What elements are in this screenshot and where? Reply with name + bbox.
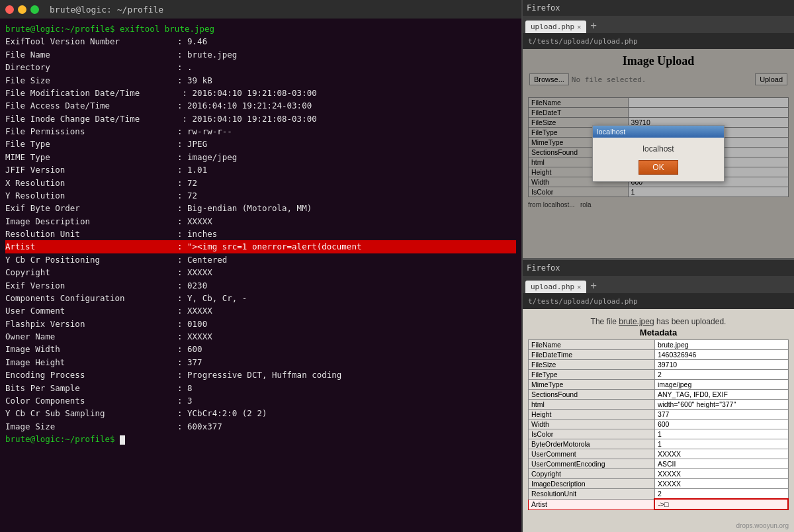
- firefox-titlebar-bottom: Firefox: [523, 260, 794, 276]
- upload-success-message: The file brute.jpeg has been uploaded.: [528, 317, 789, 326]
- term-line-20: Flashpix Version : 0100: [5, 318, 516, 330]
- metadata-section-title: Metadata: [528, 328, 789, 337]
- firefox-tab-label-top: upload.php: [531, 22, 574, 31]
- table-row: Height377: [529, 410, 789, 420]
- term-line-16: Y Cb Cr Positioning : Centered: [5, 253, 516, 266]
- table-row: IsColor1: [529, 429, 789, 439]
- term-line-26: Color Components : 3: [5, 394, 516, 407]
- terminal-title: brute@logic: ~/profile: [50, 5, 163, 15]
- minimize-btn[interactable]: [18, 5, 26, 14]
- table-row: UserCommentXXXXX: [529, 449, 789, 459]
- term-line-14: Image Description : XXXXX: [5, 215, 516, 228]
- term-line-24: Encoding Process : Progressive DCT, Huff…: [5, 369, 516, 381]
- term-line-15: Resolution Unit : inches: [5, 228, 516, 240]
- alert-ok-button[interactable]: OK: [639, 160, 678, 175]
- table-row: UserCommentEncodingASCII: [529, 459, 789, 469]
- firefox-tab-close-top[interactable]: ✕: [577, 23, 581, 30]
- firefox-tab-label-bottom: upload.php: [531, 283, 574, 291]
- table-row: FileDateTime1460326946: [529, 350, 789, 360]
- maximize-btn[interactable]: [30, 5, 39, 14]
- term-line-2: Directory : .: [5, 61, 516, 73]
- firefox-tab-upload-bottom[interactable]: upload.php ✕: [525, 281, 586, 293]
- footer-text: drops.wooyun.org: [736, 522, 789, 529]
- term-line-17: Exif Version : 0230: [5, 279, 516, 292]
- term-line-18: Components Configuration : Y, Cb, Cr, -: [5, 292, 516, 304]
- alert-dialog-body: localhost OK: [593, 138, 724, 181]
- firefox-addressbar-bottom: t/tests/upload/upload.php: [523, 293, 794, 309]
- table-row: FileType2: [529, 370, 789, 380]
- right-panel: Firefox upload.php ✕ + t/tests/upload/up…: [523, 0, 794, 532]
- table-row: ResolutionUnit2: [529, 489, 789, 500]
- term-line-22: Image Width : 600: [5, 343, 516, 355]
- firefox-title-bottom: Firefox: [527, 263, 560, 273]
- terminal-cursor: [120, 435, 125, 445]
- terminal-prompt-text: brute@logic:~/profile$ exiftool brute.jp…: [5, 24, 214, 34]
- terminal-prompt2: brute@logic:~/profile$: [5, 433, 516, 445]
- firefox-tab-close-bottom[interactable]: ✕: [577, 283, 581, 290]
- alert-dialog-message: localhost: [599, 144, 717, 154]
- term-line-11: X Resolution : 72: [5, 177, 516, 189]
- alert-dialog: localhost localhost OK: [592, 125, 725, 182]
- term-line-21: Owner Name : XXXXX: [5, 330, 516, 343]
- term-line-0: ExifTool Version Number : 9.46: [5, 35, 516, 48]
- term-line-13: Exif Byte Order : Big-endian (Motorola, …: [5, 202, 516, 214]
- table-row: FileSize39710: [529, 360, 789, 370]
- table-row: MimeTypeimage/jpeg: [529, 380, 789, 390]
- table-row: ImageDescriptionXXXXX: [529, 479, 789, 489]
- table-row: ByteOrderMotorola1: [529, 439, 789, 449]
- firefox-tab-upload-top[interactable]: upload.php ✕: [525, 21, 586, 33]
- term-line-3: File Size : 39 kB: [5, 74, 516, 87]
- firefox-tabs-bottom: upload.php ✕ +: [523, 276, 794, 293]
- term-copyright: Copyright : XXXXX: [5, 266, 516, 279]
- term-line-5: File Access Date/Time : 2016:04:10 19:21…: [5, 99, 516, 112]
- firefox-title-top: Firefox: [527, 3, 560, 13]
- firefox-window-bottom: Firefox upload.php ✕ + t/tests/upload/up…: [523, 260, 794, 532]
- term-line-7: File Permissions : rw-rw-r--: [5, 125, 516, 138]
- term-line-12: Y Resolution : 72: [5, 189, 516, 202]
- alert-dialog-title: localhost: [593, 126, 724, 138]
- terminal-titlebar: brute@logic: ~/profile: [0, 0, 521, 19]
- term-line-9: MIME Type : image/jpeg: [5, 151, 516, 163]
- term-line-28: Image Size : 600x377: [5, 420, 516, 433]
- term-line-19: User Comment : XXXXX: [5, 304, 516, 317]
- uploaded-filename: brute.jpeg: [619, 317, 654, 326]
- firefox-addressbar-top: t/tests/upload/upload.php: [523, 33, 794, 49]
- close-btn[interactable]: [5, 5, 14, 14]
- term-line-1: File Name : brute.jpeg: [5, 48, 516, 61]
- firefox-titlebar-top: Firefox: [523, 0, 794, 16]
- firefox-url-top: t/tests/upload/upload.php: [528, 37, 638, 46]
- firefox-tabs-top: upload.php ✕ +: [523, 16, 794, 33]
- table-row: Width600: [529, 420, 789, 429]
- term-line-27: Y Cb Cr Sub Sampling : YCbCr4:2:0 (2 2): [5, 407, 516, 420]
- terminal-panel: brute@logic: ~/profile brute@logic:~/pro…: [0, 0, 523, 532]
- firefox-tab-new-bottom[interactable]: +: [588, 279, 599, 292]
- terminal-prompt1: brute@logic:~/profile$ exiftool brute.jp…: [5, 22, 516, 35]
- term-line-10: JFIF Version : 1.01: [5, 163, 516, 176]
- firefox-tab-new-top[interactable]: +: [588, 19, 599, 32]
- meta-table-bottom: FileNamebrute.jpeg FileDateTime146032694…: [528, 339, 789, 510]
- term-line-23: Image Height : 377: [5, 356, 516, 369]
- table-row-copyright: CopyrightXXXXX: [529, 469, 789, 479]
- firefox-content-top: Image Upload Browse... No file selected.…: [523, 49, 794, 258]
- term-line-8: File Type : JPEG: [5, 138, 516, 150]
- term-line-6: File Inode Change Date/Time : 2016:04:10…: [5, 112, 516, 125]
- term-artist-row: Artist : "><img src=1 onerror=alert(docu…: [5, 240, 516, 253]
- terminal-body: brute@logic:~/profile$ exiftool brute.jp…: [0, 19, 521, 532]
- firefox-url-bottom: t/tests/upload/upload.php: [528, 297, 638, 306]
- table-row: htmlwidth="600" height="377": [529, 400, 789, 410]
- term-line-4: File Modification Date/Time : 2016:04:10…: [5, 87, 516, 99]
- table-row: SectionsFoundANY_TAG, IFD0, EXIF: [529, 390, 789, 400]
- table-row-artist-highlight: Artist ->□: [529, 499, 789, 510]
- term-line-25: Bits Per Sample : 8: [5, 382, 516, 394]
- alert-overlay: localhost localhost OK: [523, 49, 794, 258]
- firefox-window-top: Firefox upload.php ✕ + t/tests/upload/up…: [523, 0, 794, 258]
- table-row: FileNamebrute.jpeg: [529, 340, 789, 350]
- firefox-content-bottom: The file brute.jpeg has been uploaded. M…: [523, 309, 794, 532]
